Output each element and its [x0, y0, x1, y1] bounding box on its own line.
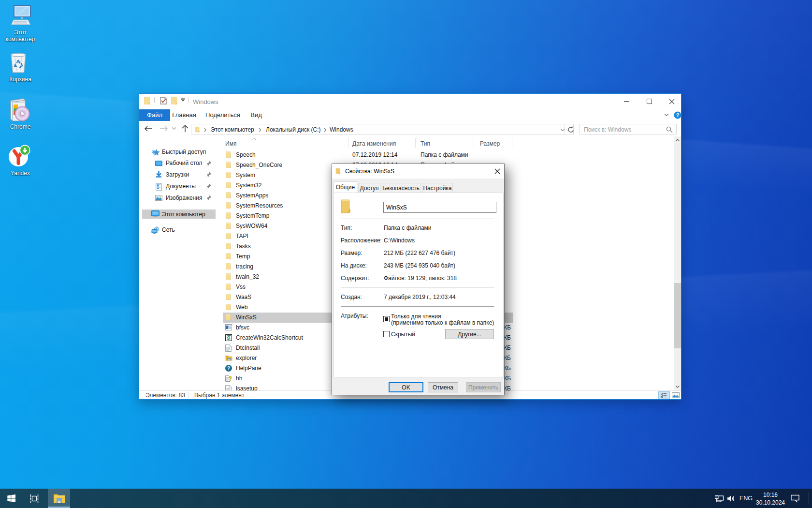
svg-text:?: ? — [229, 375, 232, 382]
svg-text:?: ? — [676, 112, 680, 118]
svg-text:?: ? — [227, 366, 230, 371]
